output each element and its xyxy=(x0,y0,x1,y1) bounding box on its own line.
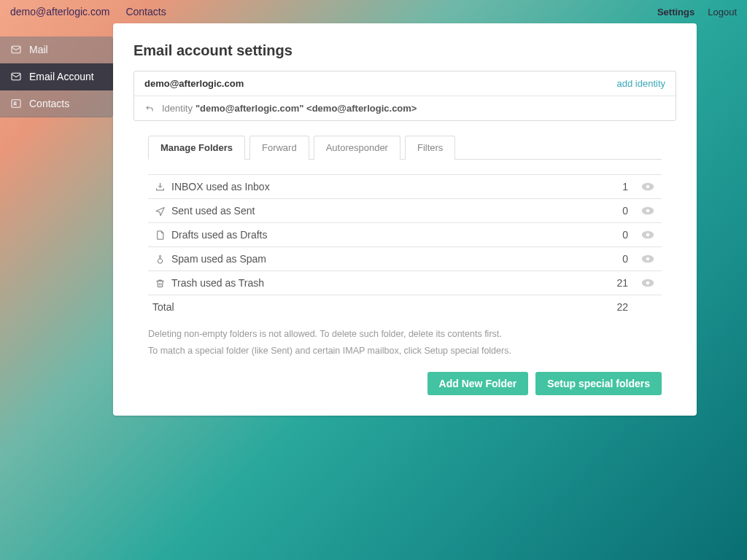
svg-point-5 xyxy=(646,185,650,189)
add-new-folder-button[interactable]: Add New Folder xyxy=(427,372,529,395)
sidebar-item-mail[interactable]: Mail xyxy=(0,36,113,63)
sidebar-item-email-account[interactable]: Email Account xyxy=(0,63,113,90)
folder-row-drafts[interactable]: Drafts used as Drafts 0 xyxy=(148,223,662,247)
identity-label: Identity xyxy=(162,103,193,114)
folder-name: Drafts used as Drafts xyxy=(171,229,599,241)
topbar: demo@afterlogic.com Contacts Settings Lo… xyxy=(0,0,747,23)
sidebar-item-label: Contacts xyxy=(29,98,69,109)
drafts-icon xyxy=(152,230,167,241)
page-title: Email account settings xyxy=(133,42,676,59)
visibility-toggle[interactable] xyxy=(641,278,654,288)
tab-forward[interactable]: Forward xyxy=(249,136,309,160)
svg-point-11 xyxy=(646,257,650,261)
identity-row[interactable]: Identity "demo@afterlogic.com" <demo@aft… xyxy=(134,96,676,120)
folder-count: 21 xyxy=(599,277,628,289)
tab-manage-folders[interactable]: Manage Folders xyxy=(148,136,245,160)
folder-count: 0 xyxy=(599,205,628,217)
folders-table: INBOX used as Inbox 1 Sent used as Sent … xyxy=(148,174,662,319)
folder-name: Trash used as Trash xyxy=(171,277,599,289)
folder-name: INBOX used as Inbox xyxy=(171,181,599,192)
inbox-icon xyxy=(152,182,167,192)
folder-name: Spam used as Spam xyxy=(171,253,599,265)
identity-value: "demo@afterlogic.com" <demo@afterlogic.c… xyxy=(196,103,417,114)
user-email[interactable]: demo@afterlogic.com xyxy=(10,6,109,18)
account-row[interactable]: demo@afterlogic.com add identity xyxy=(134,71,676,96)
sidebar: Mail Email Account Contacts xyxy=(0,36,113,117)
tabs: Manage Folders Forward Autoresponder Fil… xyxy=(148,136,662,160)
svg-rect-1 xyxy=(12,73,20,79)
spam-icon xyxy=(152,254,167,265)
folder-row-spam[interactable]: Spam used as Spam 0 xyxy=(148,247,662,271)
hints: Deleting non-empty folders is not allowe… xyxy=(148,326,662,359)
hint-line-1: Deleting non-empty folders is not allowe… xyxy=(148,326,662,343)
total-row: Total 22 xyxy=(148,295,662,319)
folder-row-trash[interactable]: Trash used as Trash 21 xyxy=(148,271,662,295)
total-label: Total xyxy=(152,301,599,313)
total-count: 22 xyxy=(599,301,628,313)
tab-filters[interactable]: Filters xyxy=(405,136,455,160)
folder-count: 0 xyxy=(599,253,628,265)
account-box: demo@afterlogic.com add identity Identit… xyxy=(133,71,676,121)
trash-icon xyxy=(152,278,167,289)
sidebar-item-contacts[interactable]: Contacts xyxy=(0,90,113,117)
svg-point-13 xyxy=(646,281,650,285)
add-identity-link[interactable]: add identity xyxy=(617,78,666,89)
mail-icon xyxy=(10,71,22,82)
setup-special-folders-button[interactable]: Setup special folders xyxy=(535,372,662,395)
reply-arrow-icon xyxy=(144,104,155,114)
visibility-toggle[interactable] xyxy=(641,182,654,192)
svg-point-3 xyxy=(14,102,16,104)
sent-icon xyxy=(152,206,167,217)
sidebar-item-label: Mail xyxy=(29,44,48,55)
settings-panel: Email account settings demo@afterlogic.c… xyxy=(113,23,697,416)
buttons-row: Add New Folder Setup special folders xyxy=(148,372,662,395)
visibility-toggle[interactable] xyxy=(641,206,654,216)
tab-autoresponder[interactable]: Autoresponder xyxy=(314,136,400,160)
folder-row-sent[interactable]: Sent used as Sent 0 xyxy=(148,199,662,223)
settings-link[interactable]: Settings xyxy=(657,7,694,18)
logout-link[interactable]: Logout xyxy=(708,7,737,18)
svg-rect-0 xyxy=(12,46,20,52)
contacts-icon xyxy=(10,98,22,109)
account-email: demo@afterlogic.com xyxy=(144,78,244,89)
folder-row-inbox[interactable]: INBOX used as Inbox 1 xyxy=(148,174,662,199)
svg-point-9 xyxy=(646,233,650,237)
folder-count: 1 xyxy=(599,181,628,192)
mail-icon xyxy=(10,44,22,55)
folder-name: Sent used as Sent xyxy=(171,205,599,217)
svg-point-7 xyxy=(646,209,650,213)
visibility-toggle[interactable] xyxy=(641,254,654,264)
visibility-toggle[interactable] xyxy=(641,230,654,240)
folder-count: 0 xyxy=(599,229,628,241)
hint-line-2: To match a special folder (like Sent) an… xyxy=(148,343,662,359)
contacts-nav-link[interactable]: Contacts xyxy=(125,6,166,18)
sidebar-item-label: Email Account xyxy=(29,71,94,82)
